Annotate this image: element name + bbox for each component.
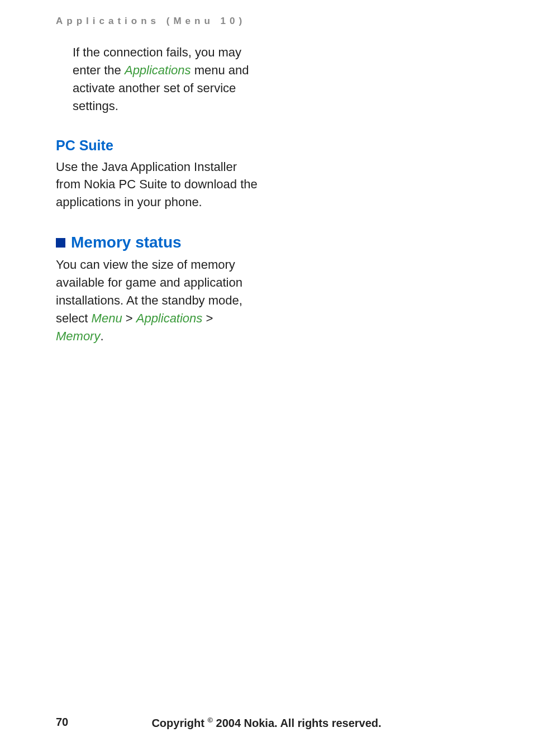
applications-link: Applications bbox=[125, 63, 191, 77]
main-content: If the connection fails, you may enter t… bbox=[56, 44, 263, 345]
period: . bbox=[100, 329, 103, 343]
copyright-post: 2004 Nokia. All rights reserved. bbox=[213, 717, 382, 729]
square-bullet-icon bbox=[56, 238, 65, 248]
copyright-text: Copyright © 2004 Nokia. All rights reser… bbox=[0, 716, 533, 730]
copyright-pre: Copyright bbox=[151, 717, 207, 729]
copyright-symbol: © bbox=[207, 716, 213, 724]
page-header: Applications (Menu 10) bbox=[56, 16, 246, 27]
memory-status-body: You can view the size of memory availabl… bbox=[56, 256, 263, 345]
menu-link: Menu bbox=[92, 311, 122, 325]
memory-status-heading-wrap: Memory status bbox=[56, 234, 263, 251]
intro-paragraph: If the connection fails, you may enter t… bbox=[73, 44, 263, 115]
memory-status-heading: Memory status bbox=[71, 234, 182, 251]
sep2: > bbox=[202, 311, 213, 325]
pc-suite-body: Use the Java Application Installer from … bbox=[56, 158, 263, 212]
memory-link: Memory bbox=[56, 329, 100, 343]
applications-path-link: Applications bbox=[136, 311, 203, 325]
pc-suite-heading: PC Suite bbox=[56, 137, 263, 154]
sep1: > bbox=[122, 311, 136, 325]
